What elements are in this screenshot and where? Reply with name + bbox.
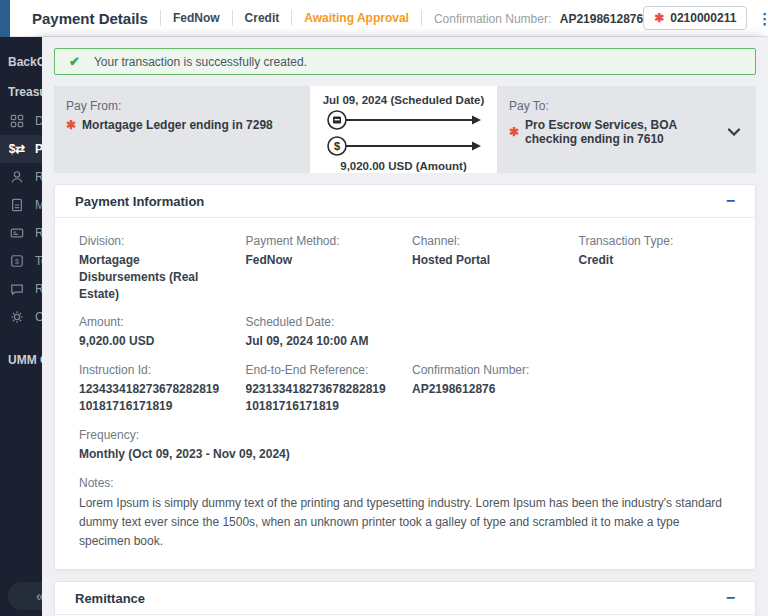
file-icon: [9, 197, 25, 213]
dashboard-icon: [9, 113, 25, 129]
remittance-header[interactable]: Remittance −: [55, 582, 755, 615]
confirmation-number: Confirmation Number: AP2198612876: [434, 9, 643, 27]
divider: [232, 10, 233, 26]
chat-icon: [9, 281, 25, 297]
divider: [421, 10, 422, 26]
account-number-label: 0210000211: [670, 11, 736, 25]
transfer-summary: Pay From: ✱ Mortagage Ledger ending in 7…: [54, 86, 756, 173]
pay-to-panel: Pay To: ✱ Pro Escrow Services, BOA check…: [497, 86, 756, 173]
pay-to-label: Pay To:: [509, 99, 744, 113]
sidebar-item-configuration[interactable]: Co: [0, 303, 42, 331]
brand-star-icon: ✱: [654, 12, 664, 24]
dollar-box-icon: $: [9, 253, 25, 269]
success-banner: ✔ Your transaction is successfully creat…: [54, 48, 756, 75]
sidebar-item-reports[interactable]: Re: [0, 219, 42, 247]
field-amount: Amount: 9,020.00 USD: [79, 315, 232, 350]
sidebar-item-label: Re: [35, 282, 42, 296]
divider: [291, 10, 292, 26]
amount-text: 9,020.00 USD (Amount): [310, 160, 497, 172]
transaction-type-tag: Credit: [245, 11, 280, 25]
brand-star-icon: ✱: [66, 119, 76, 131]
sidebar-item-label: Pa: [35, 142, 42, 156]
pay-from-label: Pay From:: [66, 99, 298, 113]
sidebar-item-label: M: [35, 198, 42, 212]
transfer-graphic-panel: Jul 09, 2024 (Scheduled Date): [310, 86, 497, 173]
sidebar-item-dashboard[interactable]: Da: [0, 107, 42, 135]
field-division: Division: Mortagage Disbursements (Real …: [79, 234, 232, 302]
section-title: Payment Information: [75, 194, 204, 209]
sidebar-collapse-button[interactable]: «: [8, 582, 42, 610]
payments-icon: $⇄: [9, 141, 25, 157]
svg-text:$: $: [15, 258, 19, 265]
status-badge: Awaiting Approval: [304, 11, 409, 25]
payment-information-body: Division: Mortagage Disbursements (Real …: [55, 218, 755, 569]
pay-from-panel: Pay From: ✱ Mortagage Ledger ending in 7…: [54, 86, 310, 173]
app-root: Ala Payment Details FedNow Credit Awaiti…: [0, 0, 768, 616]
brand-logo: Ala: [0, 0, 10, 37]
payment-information-header[interactable]: Payment Information −: [55, 185, 755, 218]
collapse-icon[interactable]: −: [726, 590, 735, 606]
payment-details-panel: ✔ Your transaction is successfully creat…: [42, 37, 768, 616]
sidebar-item-requests[interactable]: Re: [0, 275, 42, 303]
page-title: Payment Details: [32, 10, 148, 27]
top-bar: Ala Payment Details FedNow Credit Awaiti…: [0, 0, 768, 37]
field-channel: Channel: Hosted Portal: [412, 234, 565, 302]
amount-arrow: $: [310, 134, 497, 158]
sidebar-item-label: Da: [35, 114, 42, 128]
payment-method-tag: FedNow: [173, 11, 220, 25]
gear-icon: [9, 309, 25, 325]
sidebar: BackO Treasu Da $⇄ Pa: [0, 37, 42, 616]
sidebar-item-label: Co: [35, 310, 42, 324]
checkmark-icon: ✔: [69, 54, 80, 69]
field-payment-method: Payment Method: FedNow: [246, 234, 399, 302]
collapse-icon[interactable]: −: [726, 193, 735, 209]
sidebar-item-templates[interactable]: $ Te: [0, 247, 42, 275]
remittance-card: Remittance − Additional Remittance: None: [54, 581, 756, 616]
card-icon: [9, 225, 25, 241]
pay-to-account: ✱ Pro Escrow Services, BOA checking endi…: [509, 118, 728, 146]
confirmation-value: AP2198612876: [560, 12, 643, 26]
field-instruction-id: Instruction Id: 123433418273678282819101…: [79, 363, 232, 415]
brand-star-icon: ✱: [509, 126, 519, 138]
field-frequency: Frequency: Monthly (Oct 09, 2023 - Nov 0…: [79, 428, 731, 463]
divider: [160, 10, 161, 26]
recipients-icon: [9, 169, 25, 185]
calendar-arrow-icon: [324, 108, 484, 132]
sidebar-item-label: Te: [35, 254, 42, 268]
payment-details-header: Payment Details FedNow Credit Awaiting A…: [10, 0, 768, 37]
field-scheduled-date: Scheduled Date: Jul 09, 2024 10:00 AM: [246, 315, 565, 350]
header-title-group: Payment Details FedNow Credit Awaiting A…: [32, 9, 643, 27]
payment-information-card: Payment Information − Division: Mortagag…: [54, 184, 756, 570]
account-selector-button[interactable]: ✱ 0210000211: [643, 6, 747, 30]
sidebar-item-recipients[interactable]: Re: [0, 163, 42, 191]
field-confirmation-number: Confirmation Number: AP2198612876: [412, 363, 731, 415]
content-row: BackO Treasu Da $⇄ Pa: [0, 37, 768, 616]
pay-from-value: Mortagage Ledger ending in 7298: [82, 118, 273, 132]
sidebar-item-label: Re: [35, 170, 42, 184]
pay-to-value: Pro Escrow Services, BOA checking ending…: [525, 118, 728, 146]
sidebar-item-label: Re: [35, 226, 42, 240]
sidebar-item-manage[interactable]: M: [0, 191, 42, 219]
svg-text:$: $: [333, 140, 339, 152]
chevron-down-icon[interactable]: [728, 128, 740, 136]
confirmation-label: Confirmation Number:: [434, 12, 551, 26]
sidebar-section-treasury: Treasu: [0, 77, 42, 107]
field-end-to-end-reference: End-to-End Reference: 923133418273678282…: [246, 363, 399, 415]
section-title: Remittance: [75, 591, 145, 606]
field-transaction-type: Transaction Type: Credit: [579, 234, 732, 302]
sidebar-item-payments[interactable]: $⇄ Pa: [0, 135, 42, 163]
pay-from-account: ✱ Mortagage Ledger ending in 7298: [66, 118, 298, 132]
scheduled-date-text: Jul 09, 2024 (Scheduled Date): [310, 94, 497, 106]
header-actions: ✱ 0210000211 ⋮ ✕: [643, 6, 768, 30]
date-arrow: [310, 108, 497, 132]
field-notes: Notes: Lorem Ipsum is simply dummy text …: [79, 476, 731, 552]
dollar-arrow-icon: $: [324, 134, 484, 158]
sidebar-section-backoffice: BackO: [0, 47, 42, 77]
sidebar-section-umm: UMM C: [0, 345, 42, 375]
success-message: Your transaction is successfully created…: [94, 55, 307, 69]
sidebar-items: BackO Treasu Da $⇄ Pa: [0, 37, 42, 375]
kebab-menu-icon[interactable]: ⋮: [757, 11, 768, 26]
